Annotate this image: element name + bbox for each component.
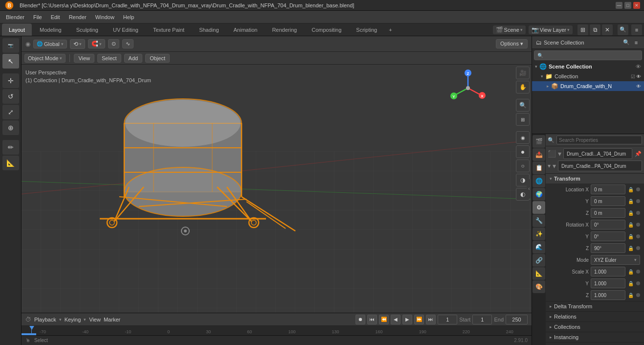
rotation-z-value[interactable]: 90° — [591, 243, 625, 253]
proportional-type[interactable]: ∿ — [122, 39, 133, 48]
object-pin-icon[interactable]: 📌 — [634, 150, 642, 158]
scale-x-lock-icon[interactable]: 🔒 — [627, 268, 634, 275]
scale-y-value[interactable]: 1.000 — [591, 278, 625, 288]
icon-copy-button[interactable]: ⧉ — [590, 24, 600, 35]
collection-item[interactable]: ▾ 📁 Collection ☑ 👁 — [532, 71, 644, 81]
jump-start-button[interactable]: ⏮ — [367, 315, 377, 324]
tab-sculpting[interactable]: Sculpting — [69, 23, 105, 36]
props-tab-view-layer[interactable]: 📋 — [533, 161, 545, 174]
tool-transform[interactable]: ⊕ — [2, 120, 19, 135]
vr-shading-wire[interactable]: ○ — [516, 160, 530, 172]
props-tab-material[interactable]: 🎨 — [533, 280, 545, 293]
play-reverse-button[interactable]: ◀ — [391, 315, 400, 324]
rotation-x-lock-icon[interactable]: 🔒 — [627, 221, 634, 228]
menu-file[interactable]: File — [29, 13, 46, 21]
view-menu[interactable]: View — [74, 54, 94, 63]
scale-z-value[interactable]: 1.000 — [591, 290, 625, 300]
current-frame-field[interactable]: 1 — [438, 315, 457, 324]
props-tab-constraints[interactable]: 🔗 — [533, 254, 545, 267]
tab-modeling[interactable]: Modeling — [33, 23, 68, 36]
location-y-keyframe-dot[interactable] — [636, 199, 640, 203]
props-tab-render[interactable]: 🎬 — [533, 135, 545, 148]
record-button[interactable]: ⏺ — [355, 315, 365, 324]
outliner-search-icon[interactable]: 🔍 — [622, 39, 630, 46]
filter-icon-ws[interactable]: ≡ — [631, 24, 642, 35]
rotation-x-keyframe-dot[interactable] — [636, 223, 640, 227]
snapping-toggle[interactable]: 🧲 ▾ — [88, 39, 105, 48]
scale-x-keyframe-dot[interactable] — [636, 270, 640, 274]
options-button[interactable]: Options ▾ — [496, 39, 528, 48]
props-tab-data[interactable]: 📐 — [533, 267, 545, 280]
scene-collection-item[interactable]: ▾ 🌐 Scene Collection 👁 — [532, 62, 644, 71]
active-object-name[interactable]: Drum_Cradl...A_704_Drum — [563, 148, 632, 159]
proportional-editing[interactable]: ⊙ — [108, 39, 119, 48]
relations-header[interactable]: ▸ Relations — [546, 312, 644, 322]
outliner-search-input[interactable] — [534, 50, 642, 60]
view-menu-tl[interactable]: View — [89, 317, 101, 322]
props-tab-scene[interactable]: 🌐 — [533, 175, 545, 187]
outliner-filter-icon[interactable]: ≡ — [632, 39, 640, 46]
collection-restrict-icon[interactable]: ☑ — [631, 74, 635, 79]
close-button[interactable]: ✕ — [633, 2, 640, 9]
props-tab-output[interactable]: 📤 — [533, 148, 545, 161]
play-button[interactable]: ▶ — [402, 315, 412, 324]
location-x-keyframe-dot[interactable] — [636, 187, 640, 191]
tool-annotate[interactable]: ✏ — [2, 140, 19, 155]
tab-scripting[interactable]: Scripting — [349, 23, 384, 36]
menu-blender[interactable]: Blender — [2, 13, 28, 21]
object-mode-select[interactable]: Object Mode ▾ — [24, 54, 66, 63]
tab-add[interactable]: + — [385, 23, 396, 36]
tab-compositing[interactable]: Compositing — [305, 23, 348, 36]
collection-view-icon[interactable]: 👁 — [636, 74, 641, 79]
tab-layout[interactable]: Layout — [2, 23, 32, 36]
tool-measure[interactable]: 📐 — [2, 156, 19, 170]
tab-uv-editing[interactable]: UV Editing — [106, 23, 145, 36]
tab-animation[interactable]: Animation — [227, 23, 265, 36]
location-x-value[interactable]: 0 m — [591, 184, 625, 194]
scale-y-keyframe-dot[interactable] — [636, 281, 640, 285]
menu-help[interactable]: Help — [119, 13, 138, 21]
timeline-scrubber[interactable]: -70-40-1003060100130160190220240 — [22, 326, 532, 335]
vr-move-btn[interactable]: ✋ — [516, 81, 530, 93]
drum-cradle-view-icon[interactable]: 👁 — [636, 84, 641, 89]
location-y-lock-icon[interactable]: 🔒 — [627, 198, 634, 205]
playback-menu[interactable]: Playback — [34, 317, 56, 322]
keying-menu[interactable]: Keying — [65, 317, 81, 322]
props-tab-object[interactable]: ⚙ — [533, 201, 545, 214]
tool-scale[interactable]: ⤢ — [2, 105, 19, 119]
drum-cradle-item[interactable]: ▸ 📦 Drum_Cradle_with_N 👁 — [532, 81, 644, 91]
vr-view-btn[interactable]: ⊞ — [516, 113, 530, 126]
viewport-canvas[interactable]: User Perspective (1) Collection | Drum_C… — [22, 65, 532, 313]
scale-z-lock-icon[interactable]: 🔒 — [627, 292, 634, 299]
scale-y-lock-icon[interactable]: 🔒 — [627, 280, 634, 287]
vr-camera-btn[interactable]: 🎥 — [516, 67, 530, 79]
rotation-y-keyframe-dot[interactable] — [636, 234, 640, 238]
tool-rotate[interactable]: ↺ — [2, 89, 19, 104]
vr-zoom-btn[interactable]: 🔍 — [516, 99, 530, 112]
icon-grid-button[interactable]: ⊞ — [577, 24, 588, 35]
icon-close-ws-button[interactable]: ✕ — [602, 24, 613, 35]
transform-orientation-select[interactable]: 🌐 Global ▾ — [33, 40, 67, 48]
menu-window[interactable]: Window — [91, 13, 118, 21]
location-z-lock-icon[interactable]: 🔒 — [627, 209, 634, 216]
tab-texture-paint[interactable]: Texture Paint — [146, 23, 191, 36]
start-frame-field[interactable]: 1 — [472, 315, 492, 324]
menu-edit[interactable]: Edit — [47, 13, 64, 21]
vr-shading-solid[interactable]: ● — [516, 145, 530, 158]
tool-cursor[interactable]: ↖ — [2, 54, 19, 69]
rotation-z-lock-icon[interactable]: 🔒 — [627, 245, 634, 252]
marker-menu[interactable]: Marker — [104, 317, 120, 322]
scale-x-value[interactable]: 1.000 — [591, 267, 625, 276]
scale-z-keyframe-dot[interactable] — [636, 293, 640, 297]
location-x-lock-icon[interactable]: 🔒 — [627, 186, 634, 193]
rotation-mode-dropdown[interactable]: XYZ Euler ▾ — [591, 255, 640, 265]
rotation-y-lock-icon[interactable]: 🔒 — [627, 233, 634, 240]
prev-keyframe-button[interactable]: ⏪ — [379, 315, 389, 324]
object-menu[interactable]: Object — [145, 54, 170, 63]
menu-render[interactable]: Render — [65, 13, 90, 21]
tool-move[interactable]: ✛ — [2, 73, 19, 88]
pivot-select[interactable]: ⟲ ▾ — [70, 39, 85, 49]
next-keyframe-button[interactable]: ⏩ — [414, 315, 424, 324]
select-menu[interactable]: Select — [97, 54, 121, 63]
props-tab-physics[interactable]: 🌊 — [533, 241, 545, 253]
